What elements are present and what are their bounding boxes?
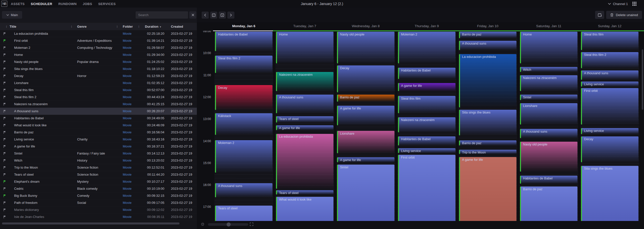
view-selector-button[interactable]: Main bbox=[2, 11, 22, 19]
calendar-event-a-thousand-suns[interactable]: A thousand suns bbox=[459, 41, 516, 50]
table-row[interactable]: A thousand sunsMovie00:26:20:072023-02-2… bbox=[0, 108, 197, 115]
calendar-event-first-orbit[interactable]: First orbit bbox=[398, 155, 455, 221]
calendar-event-tears-of-steel[interactable]: Tears of steel bbox=[215, 206, 272, 221]
calendar-event-decay[interactable]: Decay bbox=[581, 136, 638, 162]
menu-services[interactable]: SERVICES bbox=[98, 2, 116, 6]
table-row[interactable]: Sita sings the bluesMovie01:18:10:222023… bbox=[0, 65, 197, 72]
calendar-event-barrio-de-paz[interactable]: Barrio de paz bbox=[459, 32, 516, 38]
calendar-event-a-thousand-suns[interactable]: A thousand suns bbox=[276, 95, 333, 113]
calendar-event-home[interactable]: Home bbox=[520, 32, 577, 63]
calendar-event-moleman-2[interactable]: Moleman 2 bbox=[215, 140, 272, 173]
menu-rundown[interactable]: RUNDOWN bbox=[58, 2, 77, 6]
calendar-event-habitantes-de-babel[interactable]: Habitantes de Babel bbox=[398, 136, 455, 145]
table-row[interactable]: Nasty old peoplePopular dramaMovie01:24:… bbox=[0, 58, 197, 65]
table-horizontal-scrollbar[interactable] bbox=[2, 222, 179, 224]
calendar-event-home[interactable]: Home bbox=[276, 32, 333, 63]
calendar-event-la-educacion-prohibida[interactable]: La educacion prohibida bbox=[276, 134, 333, 189]
expand-icon[interactable] bbox=[250, 222, 253, 226]
table-row[interactable]: Living serviceCharityMovie00:16:43:16202… bbox=[0, 136, 197, 143]
table-row[interactable]: Tears of steelScience fictionMovie00:11:… bbox=[0, 171, 197, 178]
table-row[interactable]: LionshareMovie01:02:35:122023-02-27 19 bbox=[0, 80, 197, 87]
calendar-event-a-game-for-life[interactable]: A game for life bbox=[337, 157, 394, 162]
calendar-event-lionshare[interactable]: Lionshare bbox=[337, 131, 394, 153]
table-row[interactable]: Moleman 2Computing / TechnologyMovie01:2… bbox=[0, 44, 197, 51]
calendar-event-steal-this-film[interactable]: Steal this film bbox=[398, 96, 455, 113]
table-row[interactable]: Nalezeni na ztracenémMovie00:41:25:15202… bbox=[0, 101, 197, 108]
calendar-event-a-thousand-suns[interactable]: A thousand suns bbox=[581, 70, 638, 80]
calendar-event-steal-this-film-2[interactable]: Steal this film 2 bbox=[215, 56, 272, 73]
calendar-event-first-orbit[interactable]: First orbit bbox=[581, 88, 638, 125]
calendar-event-nalezeni-na-ztracen-m[interactable]: Nalezeni na ztraceném bbox=[276, 72, 333, 91]
calendar-event-tears-of-steel[interactable]: Tears of steel bbox=[276, 190, 333, 195]
calendar-event-la-educacion-prohibida[interactable]: La educacion prohibida bbox=[459, 54, 516, 107]
channel-selector[interactable]: Channel 1 bbox=[608, 0, 636, 8]
menu-scheduler[interactable]: SCHEDULER bbox=[31, 2, 52, 6]
table-row[interactable]: Isle de Jean-CharlesMovie00:08:35:112023… bbox=[0, 213, 197, 220]
column-header-genre[interactable]: Genre bbox=[77, 25, 87, 28]
calendar-event-a-thousand-suns[interactable]: A thousand suns bbox=[215, 183, 272, 197]
today-button[interactable] bbox=[219, 12, 226, 19]
calendar-event-tears-of-steel[interactable]: Tears of steel bbox=[276, 116, 333, 123]
calendar-event-lionshare[interactable]: Lionshare bbox=[520, 103, 577, 125]
calendar-event-nasty-old-people[interactable]: Nasty old people bbox=[520, 142, 577, 172]
table-row[interactable]: What would it look likeMovie00:24:46:092… bbox=[0, 122, 197, 129]
table-row[interactable]: Steal this film 2Movie00:44:43:242023-02… bbox=[0, 94, 197, 101]
column-drag-handle[interactable]: ⋮ bbox=[70, 25, 73, 28]
calendar-vertical-scrollbar[interactable] bbox=[642, 49, 643, 110]
calendar-event-a-game-for-life[interactable]: A game for life bbox=[398, 83, 455, 91]
calendar-event-habitantes-de-babel[interactable]: Habitantes de Babel bbox=[215, 32, 272, 51]
next-week-button[interactable] bbox=[227, 12, 234, 19]
table-row[interactable]: SintelFantasy / Fairy taleMovie00:14:12:… bbox=[0, 150, 197, 157]
calendar-event-living-service[interactable]: Living service bbox=[398, 148, 455, 153]
prev-week-button[interactable] bbox=[202, 12, 209, 19]
calendar-event-decay[interactable]: Decay bbox=[337, 65, 394, 93]
calendar-event-witch[interactable]: Witch bbox=[520, 67, 577, 72]
calendar-event-habitantes-de-babel[interactable]: Habitantes de Babel bbox=[398, 68, 455, 79]
column-drag-handle[interactable]: ⋮ bbox=[5, 25, 8, 28]
column-header-title[interactable]: Title bbox=[10, 25, 16, 28]
column-header-created[interactable]: Created bbox=[171, 25, 183, 28]
calendar-event-a-game-for-life[interactable]: A game for life bbox=[276, 125, 333, 130]
column-drag-handle[interactable]: ⋮ bbox=[116, 25, 118, 28]
table-row[interactable]: HomeMovie01:29:34:002023-02-27 19 bbox=[0, 51, 197, 58]
calendar-event-barrio-de-paz[interactable]: Barrio de paz bbox=[337, 95, 394, 102]
table-row[interactable]: La educacion prohibidaMovie02:25:18:2020… bbox=[0, 30, 197, 37]
table-row[interactable]: Elephant's dreamMysteryMovie00:10:27:172… bbox=[0, 178, 197, 185]
column-drag-handle[interactable]: ⋮ bbox=[137, 25, 140, 28]
calendar-event-sintel[interactable]: Sintel bbox=[520, 95, 577, 100]
calendar-event-decay[interactable]: Decay bbox=[215, 85, 272, 110]
table-row[interactable]: CedricBlack comedyMovie00:10:19:002023-0… bbox=[0, 185, 197, 192]
calendar-event-sita-sings-the-blues[interactable]: Sita sings the blues bbox=[581, 166, 638, 221]
apps-grid-icon[interactable] bbox=[632, 2, 636, 6]
column-header-folder[interactable]: Folder bbox=[123, 25, 133, 28]
calendar-event-a-thousand-suns[interactable]: A thousand suns bbox=[520, 129, 577, 138]
table-row[interactable]: Big Buck BunnyComedyMovie00:09:32:152023… bbox=[0, 192, 197, 199]
calendar-event-nalezeni-na-ztracen-m[interactable]: Nalezeni na ztraceném bbox=[398, 117, 455, 132]
zoom-slider-thumb[interactable] bbox=[227, 222, 231, 226]
calendar-event-steal-this-film-2[interactable]: Steal this film 2 bbox=[581, 52, 638, 68]
table-row[interactable]: Path of freedomSocialMovie00:09:17:05202… bbox=[0, 199, 197, 206]
table-row[interactable]: Maries dictionaryMovie00:09:12:022023-02… bbox=[0, 206, 197, 213]
calendar-event-living-service[interactable]: Living service bbox=[581, 128, 638, 134]
table-row[interactable]: Steal this filmMovie00:52:07:002023-02-2… bbox=[0, 87, 197, 94]
calendar-event-a-game-for-life[interactable]: A game for life bbox=[459, 157, 516, 221]
calendar-event-trip-to-the-moon[interactable]: Trip to the Moon bbox=[459, 150, 516, 154]
menu-jobs[interactable]: JOBS bbox=[83, 2, 92, 6]
column-header-duration[interactable]: Duration ▼ bbox=[145, 25, 162, 28]
zoom-slider-track[interactable] bbox=[208, 223, 248, 226]
calendar-event-a-game-for-life[interactable]: A game for life bbox=[337, 106, 394, 125]
calendar-event-nalezeni-na-ztracen-m[interactable]: Nalezeni na ztraceném bbox=[520, 75, 577, 91]
calendar-event-living-service[interactable]: Living service bbox=[581, 82, 638, 87]
calendar-event-nasty-old-people[interactable]: Nasty old people bbox=[337, 32, 394, 63]
calendar-view-button[interactable] bbox=[210, 12, 217, 19]
search-clear-button[interactable] bbox=[189, 11, 196, 19]
delete-unaired-button[interactable]: Delete unaired bbox=[606, 11, 642, 19]
table-row[interactable]: Trip to the MoonScience fictionMovie00:1… bbox=[0, 164, 197, 171]
calendar-event-habitantes-de-babel[interactable]: Habitantes de Babel bbox=[520, 176, 577, 184]
calendar-event-barrio-de-paz[interactable]: Barrio de paz bbox=[459, 140, 516, 145]
compress-icon[interactable] bbox=[201, 222, 204, 226]
calendar-event-k-listack[interactable]: Kālistack bbox=[215, 113, 272, 135]
calendar-event-what-would-it-look-like[interactable]: What would it look like bbox=[276, 197, 333, 221]
table-row[interactable]: A game for lifeMovie00:16:37:212023-02-2… bbox=[0, 143, 197, 150]
calendar-event-sita-sings-the-blues[interactable]: Sita sings the blues bbox=[459, 110, 516, 135]
